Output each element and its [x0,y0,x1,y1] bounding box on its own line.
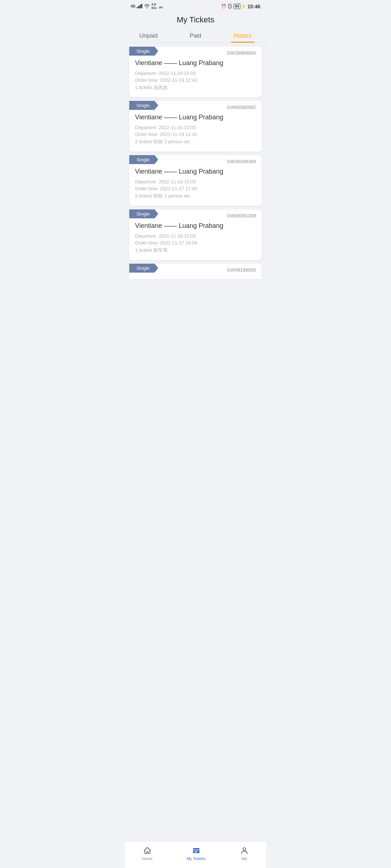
card-header: Single GW30209399 [129,155,262,164]
route: Vientiane —— Luang Prabang [129,222,262,230]
order-id: GW38989900 [227,47,256,56]
order-time-value: 2022-11-19 11:31 [160,132,197,137]
status-right: ⏰ 84 ⚡ 15:46 [221,4,260,9]
ticket-card[interactable]: Single GW80390992 Vientiane —— Luang Pra… [129,101,262,152]
vibrate-icon [227,4,232,9]
departure-row: Departure: 2022-11-20 15:05 [129,70,262,77]
order-time-value: 2022-11-17 17:00 [160,186,197,191]
tickets-value: 2 tickets 耿耿 2 person etc [135,139,190,145]
tickets-row: 1 tickets 急急急 [129,84,262,92]
svg-point-13 [243,848,246,851]
order-time-value: 2022-11-19 12:43 [160,77,197,83]
departure-value: 2022-11-18 15:05 [159,233,196,239]
tickets-row: 2 tickets 耿耿 2 person etc [129,192,262,200]
nav-mytickets-label: My Tickets [187,856,206,861]
order-time-row: Order time: 2022-11-19 12:43 [129,77,262,84]
tabs-container: Unpaid Paid History [125,27,266,43]
ticket-list: Single GW38989900 Vientiane —— Luang Pra… [125,43,266,315]
svg-rect-4 [229,4,231,8]
status-bar: 4G 2.6K/s ☁ ⏰ 84 ⚡ 15:46 [125,0,266,12]
ticket-type-badge: Single [129,47,158,56]
order-time-label: Order time: [135,77,159,83]
alarm-icon: ⏰ [221,4,226,9]
svg-rect-0 [137,7,138,8]
tab-unpaid[interactable]: Unpaid [125,27,172,43]
tab-paid[interactable]: Paid [172,27,219,43]
departure-label: Departure: [135,71,157,76]
route: Vientiane —— Luang Prabang [129,168,262,175]
order-time-row: Order time: 2022-11-19 11:31 [129,131,262,138]
nav-me-label: Me [241,856,247,861]
speed-text: 2.6K/s [151,3,156,10]
departure-row: Departure: 2022-11-20 15:05 [129,124,262,131]
order-time-value: 2022-11-17 16:59 [160,240,197,246]
order-time-label: Order time: [135,132,159,137]
ticket-type-badge: Single [129,264,158,273]
ticket-type-badge: Single [129,101,158,110]
departure-label: Departure: [135,125,157,130]
order-id: GW80390992 [227,101,256,110]
page-title: My Tickets [125,15,266,25]
svg-rect-2 [140,5,141,8]
departure-row: Departure: 2022-11-18 15:05 [129,233,262,239]
tickets-row: 2 tickets 耿耿 2 person etc [129,138,262,146]
tickets-value: 2 tickets 耿耿 2 person etc [135,193,190,199]
wifi-icon [144,4,150,9]
home-icon [143,846,152,855]
route: Vientiane —— Luang Prabang [129,114,262,121]
tickets-icon [192,846,201,855]
departure-value: 2022-11-18 15:05 [159,179,196,184]
tickets-value: 1 tickets 急急急 [135,84,168,91]
nav-mytickets[interactable]: My Tickets [180,844,213,862]
card-header: Single GW08199930 [129,264,262,273]
order-id: GW08199930 [227,264,256,273]
person-icon [240,846,249,855]
ticket-card[interactable]: Single GW30209399 Vientiane —— Luang Pra… [129,155,262,206]
route: Vientiane —— Luang Prabang [129,59,262,67]
status-time: 15:46 [247,4,260,9]
departure-value: 2022-11-20 15:05 [159,125,196,130]
nav-home[interactable]: Home [135,844,160,862]
cloud-icon: ☁ [158,4,163,9]
departure-label: Departure: [135,179,157,184]
order-id: GW30209399 [227,155,256,164]
departure-value: 2022-11-20 15:05 [159,71,196,76]
tickets-row: 1 tickets 耿军英 [129,246,262,254]
svg-rect-3 [141,4,142,8]
nav-home-label: Home [142,856,152,861]
card-header: Single GW09391309 [129,209,262,218]
order-time-row: Order time: 2022-11-17 17:00 [129,185,262,192]
bottom-navigation: Home My Tickets Me [125,841,266,868]
svg-rect-1 [138,6,139,8]
departure-row: Departure: 2022-11-18 15:05 [129,178,262,185]
signal-bars [137,4,143,9]
ticket-card-partial[interactable]: Single GW08199930 [129,264,262,279]
card-header: Single GW80390992 [129,101,262,110]
page-header: My Tickets [125,12,266,27]
order-time-label: Order time: [135,240,159,246]
battery-icon: 84 ⚡ [234,4,246,9]
status-left: 4G 2.6K/s ☁ [131,3,163,10]
tickets-value: 1 tickets 耿军英 [135,247,168,254]
card-header: Single GW38989900 [129,47,262,56]
order-time-row: Order time: 2022-11-17 16:59 [129,239,262,246]
ticket-card[interactable]: Single GW38989900 Vientiane —— Luang Pra… [129,47,262,97]
ticket-type-badge: Single [129,209,158,218]
order-id: GW09391309 [227,209,256,218]
departure-label: Departure: [135,233,157,239]
order-time-label: Order time: [135,186,159,191]
nav-me[interactable]: Me [232,844,256,862]
tab-history[interactable]: History [219,27,266,43]
network-indicator: 4G [131,4,135,8]
ticket-type-badge: Single [129,155,158,164]
ticket-card[interactable]: Single GW09391309 Vientiane —— Luang Pra… [129,209,262,260]
